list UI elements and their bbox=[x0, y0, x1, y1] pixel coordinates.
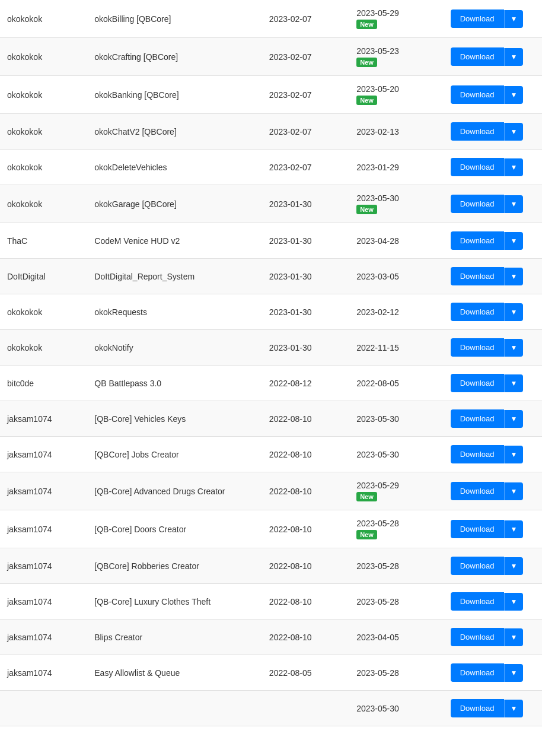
author-cell: jaksam1074 bbox=[0, 655, 87, 691]
updated-cell: 2023-05-28 bbox=[349, 548, 444, 584]
table-row: DoItDigital DoItDigital_Report_System 20… bbox=[0, 259, 542, 294]
action-cell: Download ▼ bbox=[444, 401, 542, 437]
updated-cell: 2023-05-30New bbox=[349, 185, 444, 223]
updated-cell: 2023-05-29New bbox=[349, 0, 444, 38]
download-dropdown-toggle[interactable]: ▼ bbox=[504, 664, 524, 682]
download-button[interactable]: Download bbox=[451, 85, 504, 104]
download-button[interactable]: Download bbox=[451, 267, 504, 285]
table-row: jaksam1074 [QB-Core] Advanced Drugs Crea… bbox=[0, 472, 542, 510]
created-cell: 2022-08-10 bbox=[262, 584, 349, 620]
table-row: jaksam1074 [QBCore] Jobs Creator 2022-08… bbox=[0, 437, 542, 472]
created-cell: 2023-01-30 bbox=[262, 259, 349, 294]
download-button[interactable]: Download bbox=[451, 482, 504, 500]
download-button[interactable]: Download bbox=[451, 520, 504, 538]
action-cell: Download ▼ bbox=[444, 294, 542, 330]
author-cell: okokokok bbox=[0, 0, 87, 38]
download-dropdown-toggle[interactable]: ▼ bbox=[504, 339, 524, 357]
table-row: okokokok okokCrafting [QBCore] 2023-02-0… bbox=[0, 38, 542, 76]
updated-cell: 2022-11-15 bbox=[349, 330, 444, 366]
author-cell: jaksam1074 bbox=[0, 548, 87, 584]
download-button[interactable]: Download bbox=[451, 9, 504, 28]
download-dropdown-toggle[interactable]: ▼ bbox=[504, 557, 524, 575]
updated-cell: 2023-05-30 bbox=[349, 437, 444, 472]
name-cell: okokCrafting [QBCore] bbox=[87, 38, 262, 76]
download-button[interactable]: Download bbox=[451, 409, 504, 428]
download-dropdown-toggle[interactable]: ▼ bbox=[504, 268, 524, 285]
created-cell: 2023-01-30 bbox=[262, 330, 349, 366]
download-button[interactable]: Download bbox=[451, 663, 504, 682]
download-button[interactable]: Download bbox=[451, 592, 504, 611]
download-dropdown-toggle[interactable]: ▼ bbox=[504, 628, 524, 646]
new-badge: New bbox=[356, 20, 377, 29]
download-dropdown-toggle[interactable]: ▼ bbox=[504, 48, 524, 66]
updated-cell: 2023-03-05 bbox=[349, 259, 444, 294]
download-button[interactable]: Download bbox=[451, 374, 504, 392]
action-cell: Download ▼ bbox=[444, 548, 542, 584]
new-badge: New bbox=[356, 58, 377, 67]
created-cell: 2023-02-07 bbox=[262, 76, 349, 114]
download-dropdown-toggle[interactable]: ▼ bbox=[504, 10, 524, 28]
updated-cell: 2023-05-28 bbox=[349, 584, 444, 620]
download-dropdown-toggle[interactable]: ▼ bbox=[504, 158, 524, 176]
download-button[interactable]: Download bbox=[451, 47, 504, 66]
created-cell: 2023-02-07 bbox=[262, 38, 349, 76]
author-cell: ThaC bbox=[0, 223, 87, 259]
download-button[interactable]: Download bbox=[451, 122, 504, 141]
action-cell: Download ▼ bbox=[444, 510, 542, 548]
created-cell: 2023-02-07 bbox=[262, 150, 349, 185]
download-dropdown-toggle[interactable]: ▼ bbox=[504, 700, 524, 717]
download-dropdown-toggle[interactable]: ▼ bbox=[504, 123, 524, 141]
action-cell: Download ▼ bbox=[444, 38, 542, 76]
action-cell: Download ▼ bbox=[444, 366, 542, 401]
updated-cell: 2023-02-12 bbox=[349, 294, 444, 330]
name-cell: [QBCore] Robberies Creator bbox=[87, 548, 262, 584]
download-button[interactable]: Download bbox=[451, 628, 504, 646]
download-dropdown-toggle[interactable]: ▼ bbox=[504, 446, 524, 463]
created-cell bbox=[262, 691, 349, 726]
created-cell: 2022-08-12 bbox=[262, 366, 349, 401]
name-cell: [QB-Core] Luxury Clothes Theft bbox=[87, 584, 262, 620]
action-cell: Download ▼ bbox=[444, 584, 542, 620]
download-dropdown-toggle[interactable]: ▼ bbox=[504, 303, 524, 321]
created-cell: 2023-01-30 bbox=[262, 185, 349, 223]
download-dropdown-toggle[interactable]: ▼ bbox=[504, 520, 524, 538]
new-badge: New bbox=[356, 492, 377, 501]
download-dropdown-toggle[interactable]: ▼ bbox=[504, 195, 524, 213]
updated-cell: 2022-08-05 bbox=[349, 366, 444, 401]
table-row: jaksam1074 Easy Allowlist & Queue 2022-0… bbox=[0, 655, 542, 691]
download-button[interactable]: Download bbox=[451, 231, 504, 250]
download-dropdown-toggle[interactable]: ▼ bbox=[504, 374, 524, 392]
action-cell: Download ▼ bbox=[444, 259, 542, 294]
table-row: okokokok okokNotify 2023-01-30 2022-11-1… bbox=[0, 330, 542, 366]
name-cell: okokBilling [QBCore] bbox=[87, 0, 262, 38]
action-cell: Download ▼ bbox=[444, 223, 542, 259]
name-cell: QB Battlepass 3.0 bbox=[87, 366, 262, 401]
download-dropdown-toggle[interactable]: ▼ bbox=[504, 410, 524, 428]
download-button[interactable]: Download bbox=[451, 445, 504, 463]
author-cell: okokokok bbox=[0, 185, 87, 223]
download-button[interactable]: Download bbox=[451, 158, 504, 176]
download-button[interactable]: Download bbox=[451, 557, 504, 575]
action-cell: Download ▼ bbox=[444, 472, 542, 510]
download-button[interactable]: Download bbox=[451, 303, 504, 321]
download-dropdown-toggle[interactable]: ▼ bbox=[504, 86, 524, 104]
download-dropdown-toggle[interactable]: ▼ bbox=[504, 593, 524, 611]
table-row: okokokok okokDeleteVehicles 2023-02-07 2… bbox=[0, 150, 542, 185]
table-row: okokokok okokBanking [QBCore] 2023-02-07… bbox=[0, 76, 542, 114]
action-cell: Download ▼ bbox=[444, 691, 542, 726]
download-dropdown-toggle[interactable]: ▼ bbox=[504, 482, 524, 500]
download-button[interactable]: Download bbox=[451, 338, 504, 357]
author-cell: jaksam1074 bbox=[0, 510, 87, 548]
table-row: bitc0de QB Battlepass 3.0 2022-08-12 202… bbox=[0, 366, 542, 401]
download-dropdown-toggle[interactable]: ▼ bbox=[504, 232, 524, 250]
download-button[interactable]: Download bbox=[451, 195, 504, 213]
action-cell: Download ▼ bbox=[444, 185, 542, 223]
download-button[interactable]: Download bbox=[451, 699, 504, 717]
action-cell: Download ▼ bbox=[444, 655, 542, 691]
author-cell: jaksam1074 bbox=[0, 620, 87, 655]
author-cell: okokokok bbox=[0, 330, 87, 366]
action-cell: Download ▼ bbox=[444, 150, 542, 185]
name-cell: okokGarage [QBCore] bbox=[87, 185, 262, 223]
author-cell: okokokok bbox=[0, 294, 87, 330]
name-cell: okokBanking [QBCore] bbox=[87, 76, 262, 114]
